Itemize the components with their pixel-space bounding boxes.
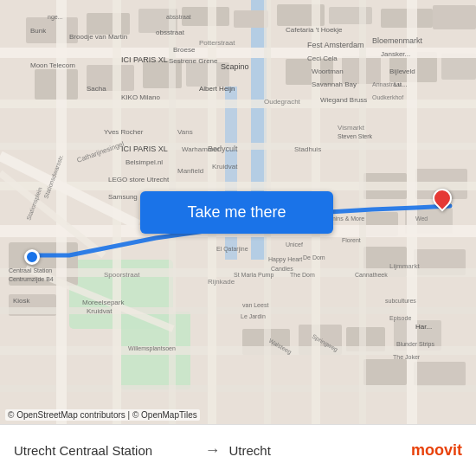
svg-rect-34	[363, 359, 407, 385]
svg-text:St Marla Pump: St Marla Pump	[234, 272, 273, 279]
svg-text:Centraal Station: Centraal Station	[9, 267, 52, 273]
svg-text:ICI PARIS XL: ICI PARIS XL	[121, 55, 168, 64]
svg-text:Fest Amsterdam: Fest Amsterdam	[307, 41, 364, 49]
svg-text:Willemsplantsoen: Willemsplantsoen	[128, 345, 176, 352]
svg-rect-37	[0, 100, 476, 108]
svg-text:Scapino: Scapino	[221, 62, 249, 71]
svg-text:Belsimpel.nl: Belsimpel.nl	[125, 158, 163, 166]
take-me-there-button[interactable]: Take me there	[140, 191, 333, 234]
svg-text:De Dom: De Dom	[303, 254, 325, 261]
svg-text:Kruidvat: Kruidvat	[87, 307, 113, 315]
svg-rect-44	[0, 385, 476, 392]
svg-rect-42	[0, 307, 476, 314]
svg-text:Manfield: Manfield	[177, 167, 203, 175]
svg-text:Ceci Cela: Ceci Cela	[307, 55, 338, 62]
svg-text:Bodycult: Bodycult	[208, 145, 238, 153]
svg-text:The Joker: The Joker	[393, 354, 421, 360]
svg-text:Oudkerkhof: Oudkerkhof	[372, 94, 403, 100]
svg-text:subcultures: subcultures	[385, 298, 416, 304]
map-container: Catharij­nesingel Stationsdwarsstr. Stat…	[0, 0, 476, 424]
svg-text:Kruidvat: Kruidvat	[212, 163, 238, 170]
svg-text:Vismarkt: Vismarkt	[338, 124, 365, 132]
direction-arrow-icon: →	[205, 441, 221, 460]
bottom-bar: Utrecht Centraal Station → Utrecht moovi…	[0, 424, 476, 476]
svg-text:Lu...: Lu...	[394, 80, 408, 88]
svg-rect-38	[0, 143, 476, 150]
svg-text:LEGO store Utrecht: LEGO store Utrecht	[108, 176, 170, 183]
moovit-brand-text: moovit	[411, 441, 462, 460]
from-location: Utrecht Centraal Station	[14, 443, 196, 458]
svg-text:The Dom: The Dom	[290, 272, 315, 278]
svg-text:Rijnkade: Rijnkade	[208, 278, 235, 286]
svg-text:Woortman: Woortman	[312, 68, 344, 75]
svg-text:Broese: Broese	[173, 46, 196, 54]
svg-text:van Leest: van Leest	[242, 302, 268, 308]
svg-rect-52	[407, 0, 417, 424]
svg-text:Oudegracht: Oudegracht	[264, 98, 301, 106]
svg-text:Stadhuis: Stadhuis	[294, 145, 321, 153]
destination-marker	[433, 189, 452, 215]
svg-text:Unicef: Unicef	[286, 241, 303, 248]
svg-text:Vans: Vans	[177, 128, 193, 136]
svg-rect-9	[234, 10, 268, 28]
svg-text:Cannatheek: Cannatheek	[355, 272, 388, 278]
svg-rect-13	[433, 5, 476, 29]
svg-text:Lijmmarkt: Lijmmarkt	[389, 262, 420, 270]
to-location: Utrecht	[229, 443, 412, 458]
svg-text:Steven Sterk: Steven Sterk	[338, 133, 373, 139]
svg-text:Har...: Har...	[415, 323, 432, 331]
svg-text:KIKO Milano: KIKO Milano	[121, 93, 160, 101]
svg-text:El Qatarjine: El Qatarjine	[216, 246, 248, 253]
svg-text:Happy Heart: Happy Heart	[268, 256, 302, 263]
svg-text:Savannah Bay: Savannah Bay	[312, 80, 357, 88]
svg-text:Centrumzijde B4: Centrumzijde B4	[9, 276, 54, 283]
moovit-logo: moovit	[411, 441, 462, 460]
svg-text:Le Jardin: Le Jardin	[241, 313, 266, 319]
map-copyright: © OpenStreetMap contributors | © OpenMap…	[5, 409, 200, 421]
svg-text:Wiegand Bruss: Wiegand Bruss	[320, 96, 367, 104]
svg-text:Jansker...: Jansker...	[381, 50, 410, 58]
svg-text:Bijleveld: Bijleveld	[389, 68, 415, 75]
svg-text:Florent: Florent	[342, 237, 361, 243]
svg-text:Moon Telecom: Moon Telecom	[30, 61, 75, 69]
svg-text:nge...: nge...	[48, 14, 63, 21]
svg-text:Bloemenmarkt: Bloemenmarkt	[372, 36, 423, 45]
svg-text:ICI PARIS XL: ICI PARIS XL	[121, 145, 168, 153]
svg-text:Albert Heijn: Albert Heijn	[199, 85, 235, 93]
svg-text:Moreelsepark: Moreelsepark	[82, 299, 125, 306]
svg-text:Blunder Strips: Blunder Strips	[396, 341, 434, 348]
svg-text:Yves Rocher: Yves Rocher	[104, 128, 144, 136]
svg-text:Samsung: Samsung	[108, 193, 138, 201]
svg-text:Candles: Candles	[271, 266, 293, 272]
svg-text:absstraat: absstraat	[166, 14, 191, 20]
svg-text:Potterstraat: Potterstraat	[199, 39, 235, 47]
svg-text:Cafetaria 't Hoekje: Cafetaria 't Hoekje	[286, 26, 343, 34]
svg-text:obsstraat: obsstraat	[156, 29, 185, 36]
svg-text:Bunk: Bunk	[30, 27, 47, 35]
svg-rect-6	[87, 13, 130, 35]
svg-text:Kiosk: Kiosk	[13, 297, 31, 305]
svg-text:Broodje van Martin: Broodje van Martin	[69, 33, 127, 41]
svg-text:Episode: Episode	[389, 315, 411, 322]
origin-marker	[24, 249, 40, 265]
svg-text:Spoorstraat: Spoorstraat	[104, 271, 140, 279]
svg-text:Sestrene Grene: Sestrene Grene	[169, 57, 218, 65]
svg-rect-35	[414, 362, 466, 386]
svg-text:Wed: Wed	[415, 215, 428, 222]
svg-text:Sacha: Sacha	[87, 85, 106, 93]
